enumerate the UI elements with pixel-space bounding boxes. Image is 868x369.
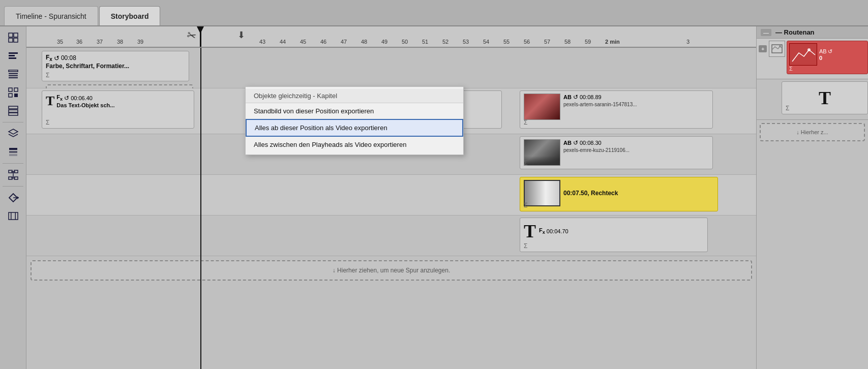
right-panel-title: — Routenan (775, 28, 815, 36)
clip-farbe-time: 00:08 (61, 54, 76, 62)
sigma-icon8: Σ (789, 66, 865, 72)
clip-text-objekt[interactable]: T Fx ↺ 00:06.40 Das Text-Objekt sch... Σ (42, 90, 194, 129)
context-menu-item-export-between[interactable]: Alles zwischen den Playheads als Video e… (246, 137, 463, 152)
svg-rect-33 (11, 212, 12, 220)
keyframe-icon[interactable] (4, 190, 22, 206)
scissors-icon: ✂ (186, 28, 198, 44)
svg-point-36 (779, 45, 781, 47)
svg-rect-15 (9, 106, 18, 109)
ruler-num-2min: 2 min (605, 39, 620, 45)
align-right-icon[interactable] (4, 66, 22, 82)
layers-icon[interactable] (4, 126, 22, 142)
clip-artem-filename: pexels-artem-saranin-1547813... (563, 102, 637, 107)
right-track-2: T Σ (757, 79, 868, 120)
ruler-num-43: 43 (259, 39, 265, 45)
svg-marker-18 (9, 129, 18, 134)
ruler-num-53: 53 (463, 39, 469, 45)
tab-storyboard-label: Storyboard (111, 12, 149, 20)
sigma-icon6: Σ (524, 202, 527, 209)
group-icon[interactable] (4, 167, 22, 183)
svg-rect-16 (9, 110, 18, 112)
track-row-4: 00:07.50, Rechteck Σ (26, 175, 756, 216)
ruler-num-59: 59 (585, 39, 591, 45)
clip-rect-thumb (524, 180, 560, 206)
clip-text5-content: T Fx 00:04.70 (524, 221, 704, 242)
svg-rect-2 (9, 38, 13, 42)
tab-timeline-label: Timeline - Spuransicht (16, 12, 86, 20)
main-area: ✂ ⬇ 35 36 37 38 39 43 44 45 46 47 48 49 … (0, 26, 868, 369)
clip-rect-time: 00:07.50, Rechteck (563, 190, 618, 197)
align-left-icon[interactable] (4, 48, 22, 64)
ruler-num-51: 51 (422, 39, 428, 45)
sigma-icon1: Σ (46, 72, 49, 79)
right-panel-collapse-btn[interactable]: — (761, 29, 771, 36)
right-track-thumb-icon (769, 41, 785, 57)
svg-rect-8 (9, 73, 18, 74)
right-track-1: + AB ↺ 0 (757, 39, 868, 79)
context-menu-item-export-still[interactable]: Standbild von dieser Position exportiere… (246, 103, 463, 119)
sep2 (3, 163, 23, 164)
ruler-num-35: 35 (57, 39, 63, 45)
ruler-num-38: 38 (117, 39, 123, 45)
clip-emre-content: AB ↺ 00:08.30 pexels-emre-kuzu-2119106..… (524, 139, 709, 166)
sigma-icon5: Σ (524, 160, 527, 167)
right-panel: — — Routenan + AB (756, 26, 868, 369)
right-clip-map[interactable]: AB ↺ 0 Σ (787, 41, 868, 74)
clip-rect[interactable]: 00:07.50, Rechteck Σ (520, 177, 718, 211)
ruler-num-56: 56 (524, 39, 530, 45)
svg-rect-6 (9, 57, 16, 59)
clip-artem[interactable]: AB ↺ 00:08.89 pexels-artem-saranin-15478… (520, 90, 713, 129)
clip-emre[interactable]: AB ↺ 00:08.30 pexels-emre-kuzu-2119106..… (520, 136, 713, 169)
svg-rect-9 (9, 75, 18, 76)
timeline-area: ✂ ⬇ 35 36 37 38 39 43 44 45 46 47 48 49 … (26, 26, 756, 369)
right-drop-zone-label: ↓ Hierher z... (796, 129, 828, 135)
svg-rect-3 (14, 38, 18, 42)
drop-zone-bottom[interactable]: ↓ Hierher ziehen, um neue Spur anzulegen… (31, 260, 752, 281)
sigma-icon2: Σ (46, 119, 49, 126)
loop-icon5: ↺ (828, 48, 832, 55)
svg-rect-32 (9, 212, 18, 220)
ruler: ✂ ⬇ 35 36 37 38 39 43 44 45 46 47 48 49 … (26, 26, 756, 48)
ruler-num-49: 49 (381, 39, 387, 45)
ruler-num-48: 48 (361, 39, 367, 45)
tab-storyboard[interactable]: Storyboard (99, 6, 161, 25)
ruler-num-46: 46 (320, 39, 326, 45)
ruler-num-44: 44 (280, 39, 286, 45)
svg-rect-21 (9, 154, 17, 156)
sep3 (3, 186, 23, 187)
svg-rect-12 (14, 88, 18, 91)
table-icon[interactable] (4, 103, 22, 119)
clip-farbe[interactable]: Fx ↺ 00:08 Farbe, Schriftart, Formatier.… (42, 51, 189, 81)
grid-icon[interactable] (4, 29, 22, 46)
ruler-num-58: 58 (564, 39, 571, 45)
ruler-num-50: 50 (402, 39, 408, 45)
context-menu: Objekte gleichzeitig - Kapitel Standbild… (245, 86, 464, 155)
ab-icon1: AB (563, 94, 572, 100)
loop-icon3: ↺ (573, 94, 578, 101)
right-track-add-btn[interactable]: + (759, 45, 767, 52)
svg-rect-37 (790, 44, 817, 66)
tab-timeline[interactable]: Timeline - Spuransicht (4, 6, 98, 25)
clip-emre-time: 00:08.30 (580, 140, 602, 146)
context-menu-item-export-from[interactable]: Alles ab dieser Position als Video expor… (246, 119, 463, 137)
svg-marker-31 (17, 196, 19, 199)
clip-artem-time: 00:08.89 (580, 94, 602, 100)
loop-icon: ↺ (54, 54, 59, 62)
clip-farbe-title: Farbe, Schriftart, Formatier... (46, 63, 185, 70)
svg-rect-11 (9, 88, 12, 91)
ab-icon2: AB (563, 140, 572, 146)
svg-rect-20 (9, 151, 17, 153)
grid2-icon[interactable] (4, 84, 22, 101)
ruler-num-47: 47 (341, 39, 347, 45)
frame-icon[interactable] (4, 208, 22, 224)
fx-icon: Fx (46, 54, 52, 62)
svg-rect-19 (9, 148, 17, 150)
right-clip-text[interactable]: T Σ (782, 81, 868, 114)
clip-text5-time: 00:04.70 (547, 228, 568, 234)
clip-text5[interactable]: T Fx 00:04.70 Σ (520, 218, 708, 252)
sigma-icon7: Σ (524, 242, 527, 250)
right-drop-zone[interactable]: ↓ Hierher z... (760, 123, 865, 141)
layers2-icon[interactable] (4, 144, 22, 160)
svg-rect-0 (9, 33, 13, 37)
playhead-line (200, 26, 201, 47)
